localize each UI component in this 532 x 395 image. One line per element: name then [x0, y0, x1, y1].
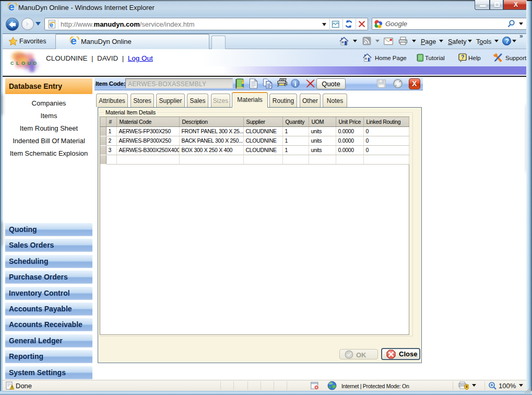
svg-text:?: ? — [461, 54, 464, 60]
